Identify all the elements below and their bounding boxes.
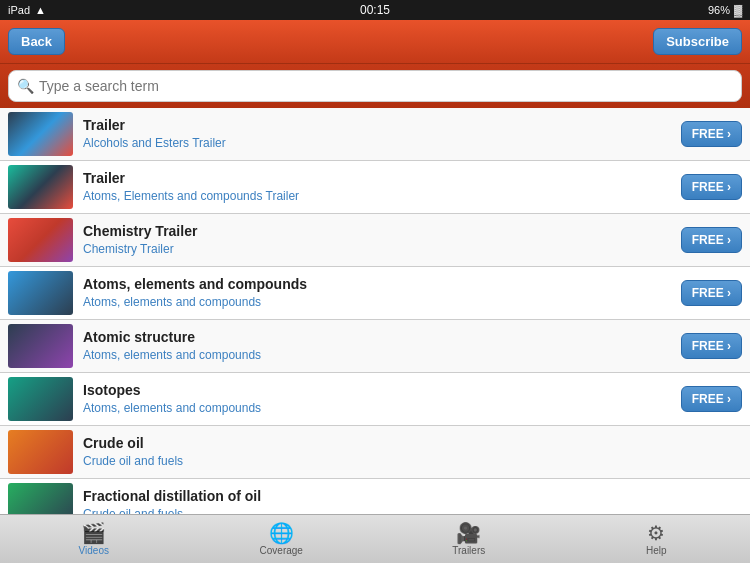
tab-coverage[interactable]: 🌐 Coverage xyxy=(188,519,376,560)
item-subtitle: Atoms, Elements and compounds Trailer xyxy=(83,189,673,205)
tab-videos-label: Videos xyxy=(79,545,109,556)
search-wrapper: 🔍 xyxy=(8,70,742,102)
item-title: Atoms, elements and compounds xyxy=(83,275,673,293)
item-title: Chemistry Trailer xyxy=(83,222,673,240)
item-text: Atomic structureAtoms, elements and comp… xyxy=(83,328,673,364)
item-text: TrailerAlcohols and Esters Trailer xyxy=(83,116,673,152)
status-right: 96% ▓ xyxy=(708,4,742,16)
item-thumbnail xyxy=(8,377,73,421)
item-subtitle: Atoms, elements and compounds xyxy=(83,401,673,417)
help-icon: ⚙ xyxy=(647,523,665,543)
back-button[interactable]: Back xyxy=(8,28,65,55)
video-list: TrailerAlcohols and Esters TrailerFREE ›… xyxy=(0,108,750,514)
tab-trailers[interactable]: 🎥 Trailers xyxy=(375,519,563,560)
videos-icon: 🎬 xyxy=(81,523,106,543)
item-text: Chemistry TrailerChemistry Trailer xyxy=(83,222,673,258)
free-button[interactable]: FREE › xyxy=(681,227,742,253)
free-button[interactable]: FREE › xyxy=(681,174,742,200)
item-text: Fractional distillation of oilCrude oil … xyxy=(83,487,742,514)
status-left: iPad ▲ xyxy=(8,4,46,16)
item-text: Atoms, elements and compoundsAtoms, elem… xyxy=(83,275,673,311)
item-text: TrailerAtoms, Elements and compounds Tra… xyxy=(83,169,673,205)
status-bar: iPad ▲ 00:15 96% ▓ xyxy=(0,0,750,20)
coverage-icon: 🌐 xyxy=(269,523,294,543)
item-subtitle: Chemistry Trailer xyxy=(83,242,673,258)
carrier-label: iPad xyxy=(8,4,30,16)
free-button[interactable]: FREE › xyxy=(681,121,742,147)
list-item[interactable]: IsotopesAtoms, elements and compoundsFRE… xyxy=(0,373,750,426)
item-subtitle: Atoms, elements and compounds xyxy=(83,348,673,364)
trailers-icon: 🎥 xyxy=(456,523,481,543)
item-thumbnail xyxy=(8,165,73,209)
item-thumbnail xyxy=(8,271,73,315)
item-thumbnail xyxy=(8,112,73,156)
item-thumbnail xyxy=(8,430,73,474)
search-input[interactable] xyxy=(8,70,742,102)
list-item[interactable]: TrailerAlcohols and Esters TrailerFREE › xyxy=(0,108,750,161)
item-thumbnail xyxy=(8,324,73,368)
search-icon: 🔍 xyxy=(17,78,34,94)
wifi-icon: ▲ xyxy=(35,4,46,16)
tab-bar: 🎬 Videos 🌐 Coverage 🎥 Trailers ⚙ Help xyxy=(0,514,750,563)
free-button[interactable]: FREE › xyxy=(681,333,742,359)
battery-label: 96% xyxy=(708,4,730,16)
free-button[interactable]: FREE › xyxy=(681,280,742,306)
tab-videos[interactable]: 🎬 Videos xyxy=(0,519,188,560)
battery-icon: ▓ xyxy=(734,4,742,16)
item-subtitle: Alcohols and Esters Trailer xyxy=(83,136,673,152)
list-item[interactable]: Atomic structureAtoms, elements and comp… xyxy=(0,320,750,373)
item-title: Atomic structure xyxy=(83,328,673,346)
list-item[interactable]: TrailerAtoms, Elements and compounds Tra… xyxy=(0,161,750,214)
subscribe-button[interactable]: Subscribe xyxy=(653,28,742,55)
nav-bar: Back Subscribe xyxy=(0,20,750,64)
item-thumbnail xyxy=(8,218,73,262)
tab-trailers-label: Trailers xyxy=(452,545,485,556)
list-item[interactable]: Atoms, elements and compoundsAtoms, elem… xyxy=(0,267,750,320)
free-button[interactable]: FREE › xyxy=(681,386,742,412)
status-time: 00:15 xyxy=(360,3,390,17)
item-subtitle: Atoms, elements and compounds xyxy=(83,295,673,311)
item-subtitle: Crude oil and fuels xyxy=(83,454,742,470)
item-title: Isotopes xyxy=(83,381,673,399)
list-item[interactable]: Fractional distillation of oilCrude oil … xyxy=(0,479,750,514)
tab-coverage-label: Coverage xyxy=(260,545,303,556)
item-text: IsotopesAtoms, elements and compounds xyxy=(83,381,673,417)
item-title: Crude oil xyxy=(83,434,742,452)
list-item[interactable]: Crude oilCrude oil and fuels xyxy=(0,426,750,479)
search-bar-container: 🔍 xyxy=(0,64,750,108)
tab-help-label: Help xyxy=(646,545,667,556)
tab-help[interactable]: ⚙ Help xyxy=(563,519,751,560)
item-title: Fractional distillation of oil xyxy=(83,487,742,505)
list-item[interactable]: Chemistry TrailerChemistry TrailerFREE › xyxy=(0,214,750,267)
item-title: Trailer xyxy=(83,169,673,187)
item-title: Trailer xyxy=(83,116,673,134)
item-subtitle: Crude oil and fuels xyxy=(83,507,742,514)
item-text: Crude oilCrude oil and fuels xyxy=(83,434,742,470)
item-thumbnail xyxy=(8,483,73,514)
